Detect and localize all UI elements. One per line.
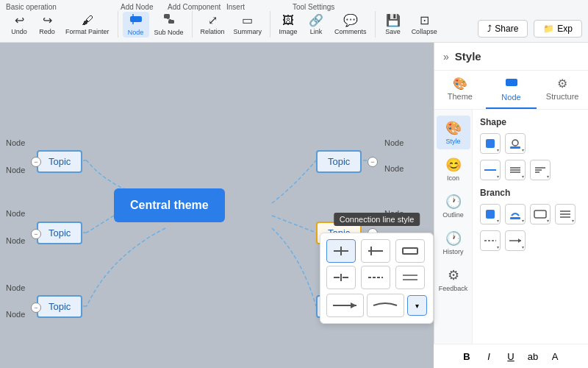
expand-right-top[interactable]: − bbox=[368, 157, 378, 167]
export-button[interactable]: 📁 Exp bbox=[534, 20, 582, 38]
conn-style-grid bbox=[326, 239, 427, 289]
format-painter-button[interactable]: 🖌 Format Painter bbox=[62, 13, 113, 37]
shape-color-btn[interactable]: ▾ bbox=[505, 133, 526, 154]
lines-btn[interactable]: ▾ bbox=[530, 160, 551, 180]
comments-icon: 💬 bbox=[343, 13, 358, 27]
tab-node[interactable]: Node bbox=[486, 71, 537, 109]
shape-row-2: ▾ ▾ ▾ bbox=[480, 160, 581, 180]
tab-structure[interactable]: ⚙ Structure bbox=[537, 71, 588, 109]
align-btn[interactable]: ▾ bbox=[505, 160, 526, 180]
sub-node-button[interactable]: Sub Node bbox=[151, 12, 187, 38]
branch-more-btn[interactable]: ▾ bbox=[555, 204, 576, 224]
svg-rect-19 bbox=[486, 139, 495, 148]
font-color-button[interactable]: A bbox=[546, 347, 564, 365]
relation-button[interactable]: ⤢ Relation bbox=[197, 12, 229, 37]
shape-fill-btn[interactable]: ▾ bbox=[480, 133, 501, 154]
branch-box-btn[interactable]: ▾ bbox=[530, 204, 551, 224]
svg-rect-9 bbox=[403, 248, 417, 254]
svg-rect-28 bbox=[486, 210, 495, 219]
expand-left-mid[interactable]: − bbox=[31, 229, 41, 239]
conn-btn-extra[interactable] bbox=[326, 294, 364, 317]
topic-node-right-top[interactable]: Topic bbox=[316, 150, 362, 173]
sidebar-history[interactable]: 🕐 History bbox=[437, 226, 470, 260]
tab-theme[interactable]: 🎨 Theme bbox=[434, 71, 486, 109]
svg-point-20 bbox=[512, 140, 518, 146]
relation-icon: ⤢ bbox=[208, 13, 218, 27]
central-theme-node[interactable]: Central theme bbox=[114, 188, 225, 222]
save-button[interactable]: 💾 Save bbox=[380, 12, 406, 37]
sidebar-style[interactable]: 🎨 Style bbox=[437, 116, 470, 149]
svg-rect-0 bbox=[130, 16, 142, 22]
node-label-rt2: Node bbox=[384, 164, 404, 173]
branch-color-btn[interactable]: ▾ bbox=[480, 204, 501, 224]
node-label-rt1: Node bbox=[384, 138, 404, 147]
collapse-button[interactable]: ⊡ Collapse bbox=[408, 12, 441, 37]
share-icon: ⤴ bbox=[487, 24, 492, 34]
node-label-lb2: Node bbox=[6, 310, 25, 319]
conn-btn-2[interactable] bbox=[361, 239, 390, 263]
comments-button[interactable]: 💬 Comments bbox=[331, 12, 370, 37]
node-label-lm2: Node bbox=[6, 236, 25, 245]
structure-tab-icon: ⚙ bbox=[557, 77, 567, 91]
italic-button[interactable]: I bbox=[480, 347, 498, 365]
image-button[interactable]: 🖼 Image bbox=[275, 13, 301, 37]
feedback-icon: ⚙ bbox=[448, 267, 459, 283]
expand-left-top[interactable]: − bbox=[31, 157, 41, 167]
underline-button[interactable]: U bbox=[502, 347, 520, 365]
sidebar-feedback[interactable]: ⚙ Feedback bbox=[437, 263, 470, 297]
branch-style-1[interactable]: ▾ bbox=[480, 230, 501, 251]
branch-section-title: Branch bbox=[480, 188, 581, 198]
panel-content: Shape ▾ ▾ bbox=[473, 110, 588, 368]
style-panel: » Style 🎨 Theme Node ⚙ Structure bbox=[434, 43, 588, 368]
svg-rect-29 bbox=[534, 210, 546, 218]
summary-button[interactable]: ▭ Summary bbox=[230, 12, 266, 37]
canvas[interactable]: Central theme Topic − Node Node Topic − … bbox=[0, 43, 588, 368]
node-button[interactable]: Node bbox=[123, 12, 149, 38]
sub-node-icon bbox=[162, 13, 176, 28]
sidebar-icon[interactable]: 😊 Icon bbox=[437, 152, 470, 186]
node-label-lb1: Node bbox=[6, 283, 25, 292]
separator-3 bbox=[270, 11, 270, 38]
svg-rect-3 bbox=[168, 20, 174, 24]
panel-collapse-button[interactable]: » bbox=[443, 51, 449, 63]
branch-style-2[interactable]: ▾ bbox=[505, 230, 526, 251]
conn-btn-extra2[interactable] bbox=[367, 294, 404, 317]
topic-node-left-bot[interactable]: Topic bbox=[37, 295, 82, 318]
connection-popup: Connection line style bbox=[320, 233, 434, 324]
conn-btn-1[interactable] bbox=[326, 239, 356, 263]
bold-button[interactable]: B bbox=[458, 347, 476, 365]
share-button[interactable]: ⤴ Share bbox=[478, 20, 528, 38]
node-label-ll2: Node bbox=[6, 166, 25, 174]
conn-btn-6[interactable] bbox=[395, 266, 425, 289]
strikethrough-button[interactable]: ab bbox=[524, 347, 542, 365]
node-tab-icon bbox=[505, 77, 518, 91]
conn-dropdown[interactable]: ▾ bbox=[407, 295, 427, 316]
expand-left-bot[interactable]: − bbox=[31, 302, 41, 313]
conn-btn-5[interactable] bbox=[361, 266, 390, 289]
conn-tooltip: Connection line style bbox=[334, 213, 420, 226]
svg-marker-35 bbox=[518, 238, 521, 243]
node-label-lm1: Node bbox=[6, 209, 25, 218]
node-icon bbox=[129, 13, 143, 28]
sidebar-outline[interactable]: 🕐 Outline bbox=[437, 189, 470, 223]
topic-node-left-top[interactable]: Topic bbox=[37, 150, 82, 173]
summary-icon: ▭ bbox=[242, 13, 253, 27]
link-button[interactable]: 🔗 Link bbox=[303, 12, 329, 37]
collapse-icon: ⊡ bbox=[420, 13, 429, 27]
topic-node-left-mid[interactable]: Topic bbox=[37, 222, 82, 244]
svg-rect-18 bbox=[506, 79, 517, 86]
undo-button[interactable]: ↩ Undo bbox=[6, 12, 32, 37]
branch-row-2: ▾ ▾ bbox=[480, 230, 581, 251]
format-painter-icon: 🖌 bbox=[82, 14, 93, 27]
link-icon: 🔗 bbox=[309, 13, 323, 27]
redo-button[interactable]: ↪ Redo bbox=[34, 12, 60, 37]
conn-btn-4[interactable] bbox=[326, 266, 356, 289]
separator-4 bbox=[375, 11, 376, 38]
branch-row-1: ▾ ▾ ▾ ▾ bbox=[480, 204, 581, 224]
icon-sidebar-icon: 😊 bbox=[445, 157, 462, 173]
conn-btn-3[interactable] bbox=[395, 239, 425, 263]
panel-sidebar: 🎨 Style 😊 Icon 🕐 Outline 🕐 History ⚙ bbox=[434, 110, 473, 368]
branch-line-color[interactable]: ▾ bbox=[505, 204, 526, 224]
border-style-btn[interactable]: ▾ bbox=[480, 160, 501, 180]
redo-icon: ↪ bbox=[43, 13, 52, 27]
